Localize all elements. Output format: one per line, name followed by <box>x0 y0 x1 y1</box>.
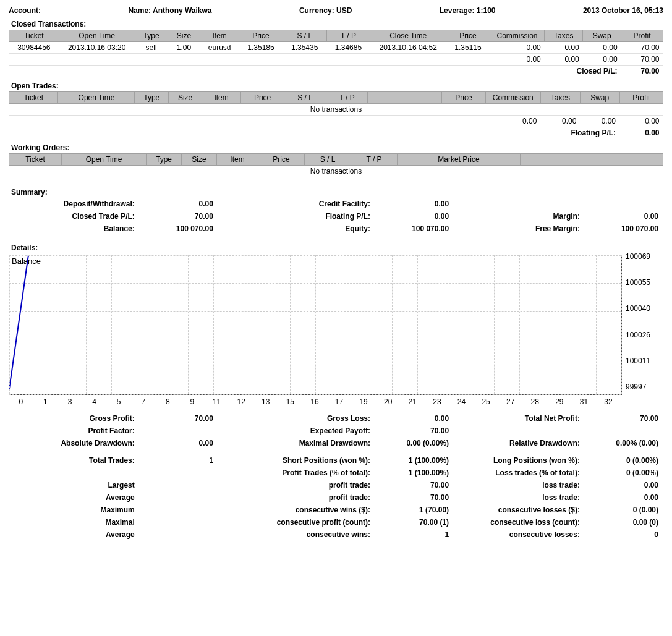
col-price: Price <box>258 154 305 166</box>
col-taxes: Taxes <box>545 30 583 42</box>
x-tick: 0 <box>9 397 33 406</box>
cell-profit: 70.00 <box>621 42 663 54</box>
cell-close: 2013.10.16 04:52 <box>370 42 446 54</box>
working-table: Ticket Open Time Type Size Item Price S … <box>9 153 663 177</box>
currency-label: Currency: <box>299 6 334 15</box>
x-tick: 9 <box>180 397 205 406</box>
col-tp: T / P <box>326 92 368 104</box>
sub-taxes: 0.00 <box>545 54 583 66</box>
col-item: Item <box>202 92 241 104</box>
stats-value: 0.00 <box>585 479 663 491</box>
s-l2: Floating P/L: <box>218 210 375 223</box>
summary-title: Summary: <box>11 188 663 197</box>
stats-label: consecutive wins ($): <box>218 504 375 516</box>
col-price: Price <box>239 30 283 42</box>
stats-label: Relative Drawdown: <box>454 437 585 449</box>
account-header: Account: Name: Anthony Waikwa Currency: … <box>9 6 663 15</box>
stats-label: Long Positions (won %): <box>454 454 585 467</box>
col-taxes: Taxes <box>540 92 580 104</box>
x-tick: 25 <box>474 397 498 406</box>
cell-cprice: 1.35115 <box>446 42 490 54</box>
cell-open: 2013.10.16 03:20 <box>59 42 135 54</box>
stats-value: 70.00 <box>140 412 218 425</box>
stats-row: Averageprofit trade:70.00loss trade:0.00 <box>9 491 663 504</box>
col-profit: Profit <box>621 30 663 42</box>
stats-label: profit trade: <box>218 479 375 491</box>
stats-value <box>585 425 663 437</box>
stats-row: Total Trades:1Short Positions (won %):1 … <box>9 454 663 467</box>
cell-swap: 0.00 <box>583 42 621 54</box>
y-tick: 99997 <box>626 383 650 391</box>
stats-value: 0.00 <box>140 437 218 449</box>
cell-taxes: 0.00 <box>545 42 583 54</box>
col-ticket: Ticket <box>9 92 58 104</box>
col-cprice: Price <box>446 30 490 42</box>
y-tick: 100055 <box>626 278 650 287</box>
stats-label: Short Positions (won %): <box>218 454 375 467</box>
stats-value <box>140 425 218 437</box>
x-tick: 5 <box>106 397 131 406</box>
y-tick: 100011 <box>626 357 650 365</box>
x-tick: 4 <box>82 397 107 406</box>
stats-label <box>454 425 585 437</box>
cell-tp: 1.34685 <box>326 42 370 54</box>
x-tick: 19 <box>351 397 376 406</box>
col-sl: S / L <box>284 92 326 104</box>
stats-label: loss trade: <box>454 491 585 504</box>
s-v1: 0.00 <box>140 198 218 210</box>
leverage-label: Leverage: <box>440 6 475 15</box>
stats-value: 70.00 <box>585 412 663 425</box>
osub-taxes: 0.00 <box>540 116 580 127</box>
x-tick: 3 <box>57 397 82 406</box>
closed-pl-value: 70.00 <box>621 66 663 77</box>
sub-profit: 70.00 <box>621 54 663 66</box>
s-l2: Credit Facility: <box>218 198 375 210</box>
closed-pl-row: Closed P/L: 70.00 <box>9 66 663 77</box>
working-title: Working Orders: <box>11 143 663 152</box>
stats-value: 0 (0.00%) <box>585 467 663 479</box>
stats-row: Profit Trades (% of total):1 (100.00%)Lo… <box>9 467 663 479</box>
open-subtotal: 0.00 0.00 0.00 0.00 <box>9 116 663 127</box>
stats-value: 1 <box>375 528 454 541</box>
stats-label: Maximum <box>9 504 140 516</box>
sub-comm: 0.00 <box>490 54 544 66</box>
stats-value <box>140 491 218 504</box>
s-v3: 100 070.00 <box>585 223 663 235</box>
s-v2: 100 070.00 <box>375 223 454 235</box>
col-cprice: Price <box>442 92 485 104</box>
stats-row: Maximumconsecutive wins ($):1 (70.00)con… <box>9 504 663 516</box>
x-tick: 20 <box>376 397 401 406</box>
s-l3: Free Margin: <box>454 223 585 235</box>
col-item: Item <box>200 30 239 42</box>
stats-label: Profit Factor: <box>9 425 140 437</box>
x-tick: 1 <box>33 397 58 406</box>
open-table: Ticket Open Time Type Size Item Price S … <box>9 91 663 138</box>
x-tick: 13 <box>253 397 278 406</box>
stats-value: 1 <box>140 454 218 467</box>
col-close-time: Close Time <box>370 30 446 42</box>
stats-value: 0 <box>585 528 663 541</box>
x-tick: 17 <box>327 397 352 406</box>
col-tp: T / P <box>351 154 398 166</box>
name-label: Name: <box>128 6 151 15</box>
stats-value: 70.00 <box>375 479 454 491</box>
account-label: Account: <box>9 6 41 15</box>
col-open-time: Open Time <box>62 154 147 166</box>
chart-y-axis: 10006910005510004010002610001199997 <box>626 252 650 391</box>
chart-x-axis: 0134578911121315161719202123242527282931… <box>9 397 621 406</box>
report-datetime: 2013 October 16, 05:13 <box>583 6 663 15</box>
sub-swap: 0.00 <box>583 54 621 66</box>
open-title: Open Trades: <box>11 82 663 90</box>
s-v3 <box>585 198 663 210</box>
col-market-price: Market Price <box>398 154 521 166</box>
x-tick: 15 <box>278 397 303 406</box>
stats-value: 1 (70.00) <box>375 504 454 516</box>
cell-price: 1.35185 <box>239 42 283 54</box>
col-size: Size <box>169 92 202 104</box>
open-no-trans: No transactions <box>9 104 663 116</box>
x-tick: 16 <box>302 397 327 406</box>
stats-value <box>140 504 218 516</box>
stats-label: consecutive wins: <box>218 528 375 541</box>
x-tick: 27 <box>498 397 523 406</box>
s-v3: 0.00 <box>585 210 663 223</box>
